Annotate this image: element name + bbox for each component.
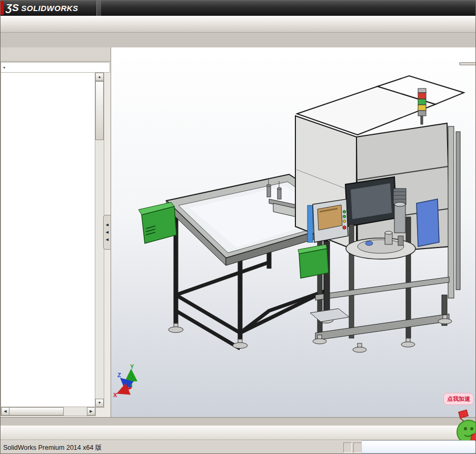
status-pad bbox=[353, 442, 362, 453]
triad-y-label: Y bbox=[130, 363, 134, 370]
booster-mascot[interactable] bbox=[444, 407, 476, 443]
study-tab-bar bbox=[0, 417, 476, 426]
feature-tree-panel: ▾ ▲ ▼ ◀ ▶ ◀◀◀ bbox=[0, 47, 111, 417]
booster-bubble[interactable]: 点我加速 bbox=[443, 393, 474, 405]
scroll-right-button[interactable]: ▶ bbox=[87, 407, 95, 416]
graphics-viewport[interactable]: Y Z X bbox=[111, 47, 476, 417]
quick-access-toolbar bbox=[96, 0, 101, 16]
panel-splitter[interactable]: ◀◀◀ bbox=[103, 215, 111, 250]
hscroll-thumb[interactable] bbox=[9, 407, 64, 416]
triad-x-label: X bbox=[113, 392, 117, 397]
coordinate-triad: Y Z X bbox=[113, 362, 147, 397]
logo-mark: ƷS bbox=[6, 2, 19, 14]
title-bar: ƷS SOLIDWORKS bbox=[0, 0, 476, 16]
tree-panel-tabs bbox=[0, 47, 111, 62]
ime-toolbar bbox=[361, 440, 476, 453]
command-manager bbox=[0, 33, 476, 48]
scroll-up-button[interactable]: ▲ bbox=[95, 73, 104, 81]
feature-tree bbox=[1, 72, 96, 408]
middle-stop-gate[interactable] bbox=[298, 244, 329, 278]
triad-z-label: Z bbox=[117, 372, 121, 378]
brand-accent bbox=[0, 1, 4, 15]
blue-fixture-panel[interactable] bbox=[417, 199, 439, 246]
status-pad bbox=[343, 442, 352, 453]
press-cylinder[interactable] bbox=[393, 189, 406, 233]
hmi-screen[interactable] bbox=[318, 205, 342, 230]
status-message: SolidWorks Premium 2014 x64 版 bbox=[0, 443, 343, 452]
vscroll-thumb[interactable] bbox=[95, 81, 104, 140]
scroll-left-button[interactable]: ◀ bbox=[1, 407, 9, 416]
assembly-model[interactable] bbox=[111, 47, 476, 417]
filter-caret[interactable]: ▾ bbox=[3, 65, 5, 70]
task-pane bbox=[459, 62, 475, 65]
app-logo: ƷS SOLIDWORKS bbox=[6, 2, 88, 14]
booster-overlay[interactable]: 点我加速 bbox=[444, 393, 476, 443]
tree-hscrollbar[interactable]: ◀ ▶ bbox=[1, 407, 96, 416]
logo-text: SOLIDWORKS bbox=[21, 4, 78, 13]
assembly-toolbar bbox=[0, 16, 476, 33]
signal-tower-light[interactable] bbox=[418, 88, 426, 124]
tree-filter[interactable]: ▾ bbox=[1, 62, 110, 73]
enclosure-monitor[interactable] bbox=[345, 177, 396, 226]
left-drive-motor[interactable] bbox=[138, 202, 176, 243]
bottom-toolbar bbox=[0, 426, 476, 440]
scroll-down-button[interactable]: ▼ bbox=[95, 399, 104, 407]
